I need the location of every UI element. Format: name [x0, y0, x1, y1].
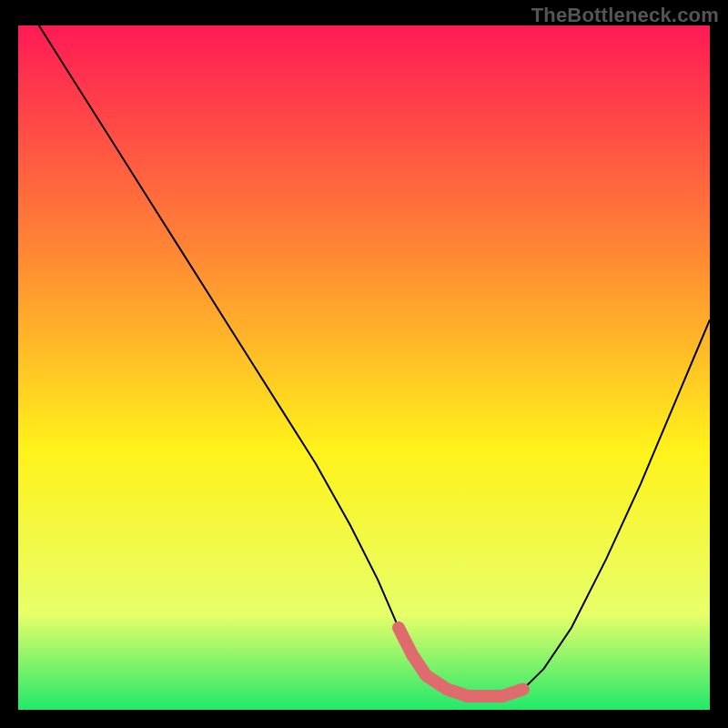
- gradient-background: [18, 25, 710, 710]
- bottleneck-chart: [18, 25, 710, 710]
- chart-svg: [18, 25, 710, 710]
- watermark-label: TheBottleneck.com: [531, 4, 719, 27]
